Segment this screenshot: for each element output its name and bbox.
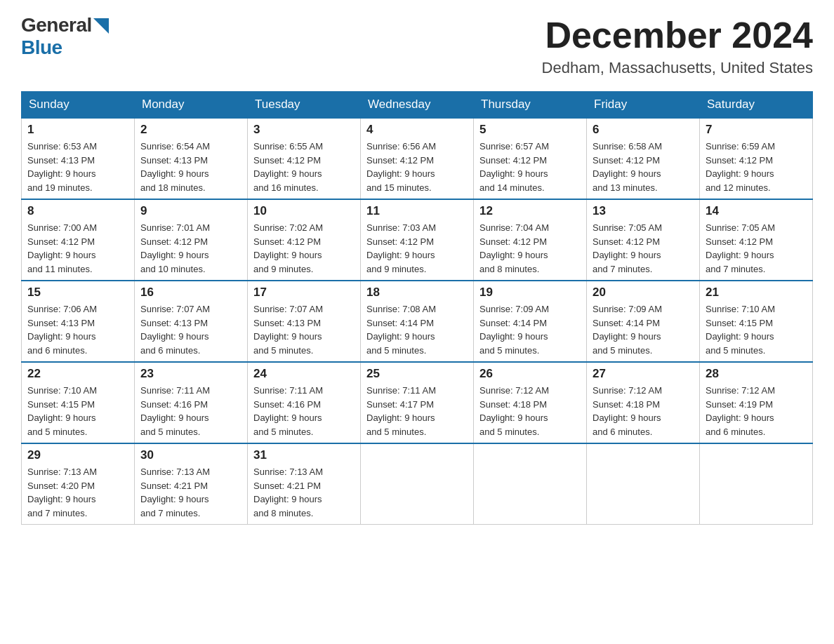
calendar-cell: 24Sunrise: 7:11 AMSunset: 4:16 PMDayligh…	[248, 362, 361, 443]
day-number: 16	[140, 286, 241, 300]
day-number: 27	[593, 367, 694, 381]
day-info: Sunrise: 7:13 AMSunset: 4:21 PMDaylight:…	[253, 465, 355, 520]
day-number: 6	[593, 123, 694, 137]
calendar-cell: 17Sunrise: 7:07 AMSunset: 4:13 PMDayligh…	[248, 281, 361, 362]
logo-blue-text: Blue	[21, 36, 62, 59]
day-info: Sunrise: 7:06 AMSunset: 4:13 PMDaylight:…	[27, 302, 128, 357]
calendar-cell: 28Sunrise: 7:12 AMSunset: 4:19 PMDayligh…	[700, 362, 813, 443]
day-info: Sunrise: 6:56 AMSunset: 4:12 PMDaylight:…	[366, 140, 468, 194]
day-info: Sunrise: 7:05 AMSunset: 4:12 PMDaylight:…	[593, 221, 694, 276]
day-number: 23	[140, 367, 241, 381]
calendar-cell: 19Sunrise: 7:09 AMSunset: 4:14 PMDayligh…	[474, 281, 587, 362]
day-info: Sunrise: 7:13 AMSunset: 4:20 PMDaylight:…	[27, 465, 128, 520]
calendar-cell	[587, 443, 700, 525]
day-number: 20	[593, 286, 694, 300]
day-number: 7	[706, 123, 807, 137]
day-number: 1	[27, 123, 128, 137]
calendar-cell: 31Sunrise: 7:13 AMSunset: 4:21 PMDayligh…	[248, 443, 361, 525]
day-info: Sunrise: 7:12 AMSunset: 4:19 PMDaylight:…	[706, 384, 807, 438]
day-info: Sunrise: 6:58 AMSunset: 4:12 PMDaylight:…	[593, 140, 694, 194]
weekday-header-saturday: Saturday	[700, 92, 813, 119]
day-number: 29	[27, 448, 128, 462]
day-number: 10	[253, 204, 355, 218]
calendar-cell: 9Sunrise: 7:01 AMSunset: 4:12 PMDaylight…	[135, 199, 248, 281]
day-info: Sunrise: 6:53 AMSunset: 4:13 PMDaylight:…	[27, 140, 128, 194]
day-info: Sunrise: 7:10 AMSunset: 4:15 PMDaylight:…	[27, 384, 128, 438]
calendar-cell: 7Sunrise: 6:59 AMSunset: 4:12 PMDaylight…	[700, 118, 813, 199]
week-row-1: 1Sunrise: 6:53 AMSunset: 4:13 PMDaylight…	[22, 118, 813, 199]
calendar-cell: 22Sunrise: 7:10 AMSunset: 4:15 PMDayligh…	[22, 362, 135, 443]
day-number: 12	[479, 204, 581, 218]
day-number: 3	[253, 123, 355, 137]
day-info: Sunrise: 7:09 AMSunset: 4:14 PMDaylight:…	[593, 302, 694, 357]
calendar-cell: 20Sunrise: 7:09 AMSunset: 4:14 PMDayligh…	[587, 281, 700, 362]
calendar-cell: 3Sunrise: 6:55 AMSunset: 4:12 PMDaylight…	[248, 118, 361, 199]
day-number: 13	[593, 204, 694, 218]
title-area: December 2024 Dedham, Massachusetts, Uni…	[542, 14, 813, 77]
day-number: 28	[706, 367, 807, 381]
weekday-header-monday: Monday	[135, 92, 248, 119]
day-number: 19	[479, 286, 581, 300]
calendar-cell	[361, 443, 474, 525]
day-number: 14	[706, 204, 807, 218]
weekday-header-thursday: Thursday	[474, 92, 587, 119]
day-number: 26	[479, 367, 581, 381]
day-info: Sunrise: 7:02 AMSunset: 4:12 PMDaylight:…	[253, 221, 355, 276]
calendar-cell: 5Sunrise: 6:57 AMSunset: 4:12 PMDaylight…	[474, 118, 587, 199]
day-number: 9	[140, 204, 241, 218]
calendar-cell: 25Sunrise: 7:11 AMSunset: 4:17 PMDayligh…	[361, 362, 474, 443]
day-info: Sunrise: 6:59 AMSunset: 4:12 PMDaylight:…	[706, 140, 807, 194]
day-number: 2	[140, 123, 241, 137]
logo: General Blue	[21, 14, 109, 59]
day-number: 22	[27, 367, 128, 381]
calendar-cell: 13Sunrise: 7:05 AMSunset: 4:12 PMDayligh…	[587, 199, 700, 281]
day-number: 15	[27, 286, 128, 300]
calendar-cell	[474, 443, 587, 525]
day-info: Sunrise: 7:11 AMSunset: 4:17 PMDaylight:…	[366, 384, 468, 438]
calendar-cell	[700, 443, 813, 525]
day-number: 5	[479, 123, 581, 137]
calendar-cell: 26Sunrise: 7:12 AMSunset: 4:18 PMDayligh…	[474, 362, 587, 443]
day-number: 17	[253, 286, 355, 300]
day-info: Sunrise: 6:55 AMSunset: 4:12 PMDaylight:…	[253, 140, 355, 194]
calendar-cell: 27Sunrise: 7:12 AMSunset: 4:18 PMDayligh…	[587, 362, 700, 443]
calendar-cell: 14Sunrise: 7:05 AMSunset: 4:12 PMDayligh…	[700, 199, 813, 281]
weekday-header-tuesday: Tuesday	[248, 92, 361, 119]
day-info: Sunrise: 7:03 AMSunset: 4:12 PMDaylight:…	[366, 221, 468, 276]
week-row-5: 29Sunrise: 7:13 AMSunset: 4:20 PMDayligh…	[22, 443, 813, 525]
calendar-cell: 18Sunrise: 7:08 AMSunset: 4:14 PMDayligh…	[361, 281, 474, 362]
day-number: 4	[366, 123, 468, 137]
day-info: Sunrise: 6:57 AMSunset: 4:12 PMDaylight:…	[479, 140, 581, 194]
day-info: Sunrise: 7:01 AMSunset: 4:12 PMDaylight:…	[140, 221, 241, 276]
logo-triangle-icon	[93, 18, 109, 34]
week-row-4: 22Sunrise: 7:10 AMSunset: 4:15 PMDayligh…	[22, 362, 813, 443]
day-info: Sunrise: 7:07 AMSunset: 4:13 PMDaylight:…	[253, 302, 355, 357]
location-title: Dedham, Massachusetts, United States	[542, 59, 813, 77]
calendar-cell: 15Sunrise: 7:06 AMSunset: 4:13 PMDayligh…	[22, 281, 135, 362]
day-info: Sunrise: 7:00 AMSunset: 4:12 PMDaylight:…	[27, 221, 128, 276]
weekday-header-sunday: Sunday	[22, 92, 135, 119]
day-number: 24	[253, 367, 355, 381]
weekday-header-wednesday: Wednesday	[361, 92, 474, 119]
week-row-2: 8Sunrise: 7:00 AMSunset: 4:12 PMDaylight…	[22, 199, 813, 281]
weekday-header-row: SundayMondayTuesdayWednesdayThursdayFrid…	[22, 92, 813, 119]
day-info: Sunrise: 7:05 AMSunset: 4:12 PMDaylight:…	[706, 221, 807, 276]
day-info: Sunrise: 7:08 AMSunset: 4:14 PMDaylight:…	[366, 302, 468, 357]
day-number: 30	[140, 448, 241, 462]
header: General Blue December 2024 Dedham, Massa…	[21, 14, 813, 77]
calendar-cell: 12Sunrise: 7:04 AMSunset: 4:12 PMDayligh…	[474, 199, 587, 281]
calendar-cell: 23Sunrise: 7:11 AMSunset: 4:16 PMDayligh…	[135, 362, 248, 443]
calendar-cell: 4Sunrise: 6:56 AMSunset: 4:12 PMDaylight…	[361, 118, 474, 199]
day-info: Sunrise: 7:11 AMSunset: 4:16 PMDaylight:…	[140, 384, 241, 438]
logo-general-text: General	[21, 14, 92, 36]
calendar-table: SundayMondayTuesdayWednesdayThursdayFrid…	[21, 91, 813, 525]
day-number: 31	[253, 448, 355, 462]
day-info: Sunrise: 7:13 AMSunset: 4:21 PMDaylight:…	[140, 465, 241, 520]
weekday-header-friday: Friday	[587, 92, 700, 119]
day-info: Sunrise: 7:07 AMSunset: 4:13 PMDaylight:…	[140, 302, 241, 357]
svg-marker-0	[93, 18, 109, 34]
calendar-cell: 11Sunrise: 7:03 AMSunset: 4:12 PMDayligh…	[361, 199, 474, 281]
day-number: 11	[366, 204, 468, 218]
day-number: 8	[27, 204, 128, 218]
day-info: Sunrise: 7:04 AMSunset: 4:12 PMDaylight:…	[479, 221, 581, 276]
